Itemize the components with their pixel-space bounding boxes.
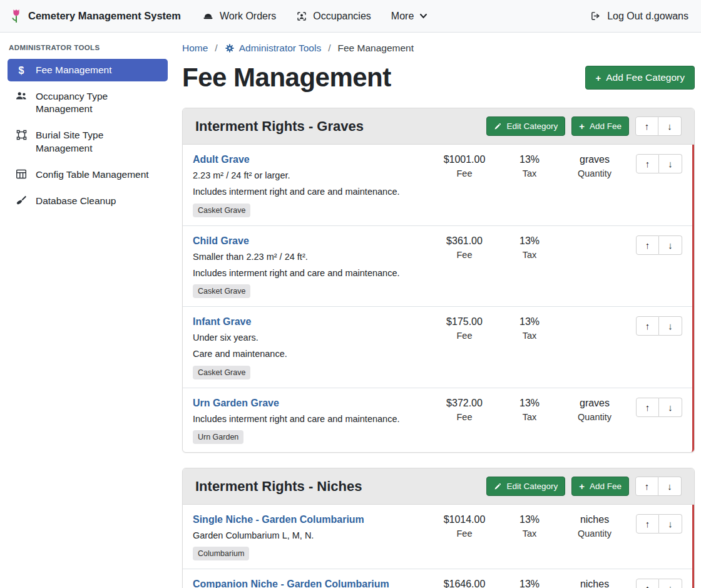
fee-description: Under six years. — [193, 331, 426, 344]
quantity-label: Quantity — [562, 168, 627, 178]
add-fee-category-button[interactable]: + Add Fee Category — [585, 66, 695, 90]
dollar-icon: $ — [15, 64, 28, 76]
chevron-down-icon — [419, 12, 427, 20]
sidebar-item-database-cleanup[interactable]: Database Cleanup — [8, 190, 168, 212]
fee-type-badge: Casket Grave — [193, 204, 250, 217]
tax-col: 13% Tax — [497, 316, 562, 341]
sidebar-item-occupancy-type-management[interactable]: Occupancy Type Management — [8, 85, 168, 120]
category-fee-list: Single Niche - Garden Columbarium Garden… — [183, 505, 694, 588]
category-header: Interment Rights - Graves Edit Category … — [183, 108, 694, 145]
fee-amount: $1001.00 — [432, 154, 497, 165]
nav-logout-label: Log Out d.gowans — [607, 11, 688, 22]
tax-col: 13% Tax — [497, 514, 562, 539]
logout-icon — [590, 11, 601, 21]
arrow-down-icon: ↓ — [668, 321, 673, 331]
move-fee-up-button[interactable]: ↑ — [636, 235, 659, 255]
fee-name-link[interactable]: Companion Niche - Garden Columbarium — [193, 579, 389, 588]
add-fee-label: Add Fee — [590, 482, 622, 491]
move-fee-up-button[interactable]: ↑ — [636, 154, 659, 173]
nav-occupancies[interactable]: Occupancies — [287, 6, 380, 27]
quantity-unit: niches — [562, 514, 627, 525]
fee-reorder-group: ↑ ↓ — [636, 398, 682, 417]
add-fee-button[interactable]: + Add Fee — [571, 116, 629, 136]
tax-col: 13% Tax — [497, 235, 562, 260]
fee-description: Includes interment right and care and ma… — [193, 267, 426, 279]
fee-name-link[interactable]: Adult Grave — [193, 154, 250, 165]
fee-reorder-group: ↑ ↓ — [636, 514, 682, 534]
sidebar-item-label: Occupancy Type Management — [36, 90, 160, 115]
move-fee-down-button[interactable]: ↓ — [659, 579, 682, 588]
fee-amount-label: Fee — [432, 250, 497, 260]
pencil-icon — [494, 483, 501, 490]
arrow-down-icon: ↓ — [668, 402, 673, 413]
move-fee-down-button[interactable]: ↓ — [659, 235, 682, 255]
move-fee-up-button[interactable]: ↑ — [636, 579, 659, 588]
add-fee-button[interactable]: + Add Fee — [571, 477, 629, 496]
fee-category-card: Interment Rights - Niches Edit Category … — [182, 468, 695, 588]
arrow-down-icon: ↓ — [667, 481, 672, 492]
move-category-down-button[interactable]: ↓ — [658, 116, 682, 136]
sidebar-item-config-table-management[interactable]: Config Table Management — [8, 163, 168, 186]
sidebar-item-label: Fee Management — [36, 64, 112, 76]
fee-row: Urn Garden Grave Includes interment righ… — [183, 388, 692, 452]
sidebar-item-burial-site-type-management[interactable]: Burial Site Type Management — [8, 124, 168, 159]
fee-type-badge: Casket Grave — [193, 366, 250, 379]
breadcrumb-admin-tools-link[interactable]: Administrator Tools — [225, 43, 322, 54]
broom-icon — [15, 195, 28, 205]
breadcrumb-admin-label: Administrator Tools — [239, 43, 322, 54]
arrow-up-icon: ↑ — [645, 121, 650, 132]
move-fee-down-button[interactable]: ↓ — [659, 514, 682, 534]
fee-amount-col: $1646.00 Fee — [432, 579, 497, 588]
fee-reorder-group: ↑ ↓ — [636, 579, 682, 588]
sidebar-item-fee-management[interactable]: $ Fee Management — [8, 59, 168, 81]
fee-amount-col: $1001.00 Fee — [432, 154, 497, 178]
tax-value: 13% — [497, 579, 562, 588]
fee-row: Child Grave Smaller than 2.23 m² / 24 ft… — [183, 226, 692, 307]
fee-name-link[interactable]: Child Grave — [193, 235, 249, 247]
fee-reorder-group: ↑ ↓ — [636, 235, 682, 255]
move-fee-down-button[interactable]: ↓ — [659, 316, 682, 336]
arrow-down-icon: ↓ — [668, 583, 673, 588]
gear-icon — [225, 43, 235, 53]
tax-col: 13% Tax — [497, 398, 562, 422]
nav-logout[interactable]: Log Out d.gowans — [587, 6, 691, 27]
move-category-up-button[interactable]: ↑ — [635, 116, 658, 136]
move-fee-down-button[interactable]: ↓ — [659, 398, 682, 417]
breadcrumb-separator: / — [328, 43, 330, 54]
occupancies-icon — [296, 11, 307, 22]
breadcrumb-home-link[interactable]: Home — [182, 43, 208, 54]
move-category-up-button[interactable]: ↑ — [635, 477, 658, 496]
fee-amount-col: $372.00 Fee — [432, 398, 497, 422]
fee-reorder-group: ↑ ↓ — [636, 154, 682, 173]
move-fee-up-button[interactable]: ↑ — [636, 514, 659, 534]
fee-name-link[interactable]: Single Niche - Garden Columbarium — [193, 514, 364, 525]
tax-col: 13% Tax — [497, 154, 562, 178]
main-nav: Work Orders Occupancies More — [193, 6, 436, 27]
fee-amount-col: $1014.00 Fee — [432, 514, 497, 539]
sidebar-item-label: Burial Site Type Management — [36, 129, 160, 154]
edit-category-button[interactable]: Edit Category — [486, 477, 565, 496]
fee-name-link[interactable]: Infant Grave — [193, 316, 251, 328]
edit-category-button[interactable]: Edit Category — [486, 116, 565, 136]
tax-label: Tax — [497, 250, 562, 260]
tax-value: 13% — [497, 154, 562, 165]
move-fee-up-button[interactable]: ↑ — [636, 398, 659, 417]
people-icon — [15, 91, 28, 101]
brand[interactable]: Cemetery Management System — [10, 8, 181, 24]
category-title: Interment Rights - Graves — [195, 118, 364, 135]
top-navbar: Cemetery Management System Work Orders — [0, 0, 701, 33]
nav-work-orders[interactable]: Work Orders — [193, 6, 285, 27]
nav-more[interactable]: More — [382, 6, 436, 27]
pencil-icon — [494, 123, 501, 130]
fee-row: Single Niche - Garden Columbarium Garden… — [183, 505, 692, 569]
fee-amount: $1014.00 — [432, 514, 497, 525]
sidebar-title: ADMINISTRATOR TOOLS — [9, 44, 166, 51]
fee-type-badge: Urn Garden — [193, 430, 243, 444]
move-category-down-button[interactable]: ↓ — [658, 477, 682, 496]
category-title: Interment Rights - Niches — [195, 478, 362, 495]
fee-name-link[interactable]: Urn Garden Grave — [193, 398, 279, 409]
move-fee-up-button[interactable]: ↑ — [636, 316, 659, 336]
fee-amount-label: Fee — [432, 529, 497, 539]
move-fee-down-button[interactable]: ↓ — [659, 154, 682, 173]
page-title: Fee Management — [182, 63, 391, 93]
